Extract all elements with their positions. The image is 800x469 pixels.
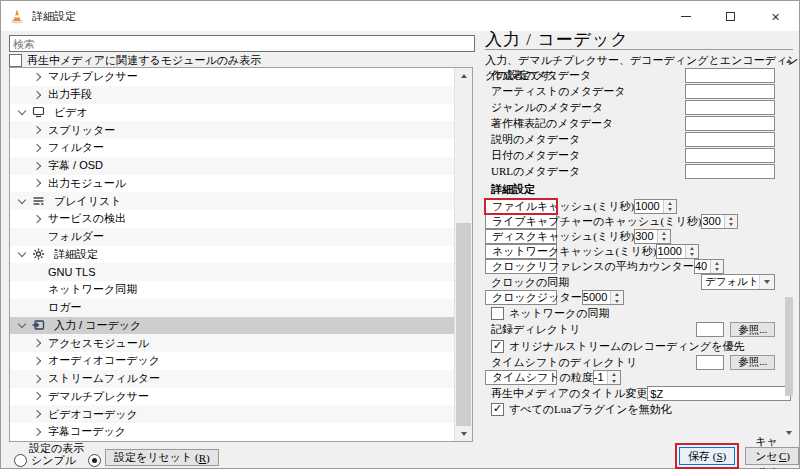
checkbox-icon[interactable] (491, 307, 504, 320)
spinbox-value[interactable]: 300 (635, 230, 656, 243)
chevron-right-icon[interactable] (33, 161, 41, 169)
dropdown[interactable]: デフォルト (701, 274, 775, 290)
chevron-right-icon[interactable] (33, 339, 41, 347)
directory-field[interactable] (696, 322, 724, 337)
spinbox-value[interactable]: -1 (594, 371, 607, 384)
tree-item[interactable]: ストリームフィルター (10, 370, 455, 388)
chevron-down-icon[interactable] (18, 107, 26, 115)
spin-down-icon[interactable] (611, 298, 623, 305)
spinbox[interactable]: -1 (593, 370, 621, 385)
spin-down-icon[interactable] (686, 252, 698, 259)
spinbox[interactable]: 5000 (582, 290, 624, 305)
tree-item[interactable]: ビデオ (10, 104, 455, 122)
tree-item-label: 字幕コーデック (48, 424, 126, 439)
chevron-right-icon[interactable] (33, 357, 41, 365)
spinbox-value[interactable]: 300 (702, 215, 723, 228)
panel-scrollbar[interactable] (784, 56, 794, 438)
spinbox[interactable]: 300 (634, 229, 670, 244)
browse-button[interactable]: 参照... (730, 322, 775, 337)
tree-item[interactable]: 詳細設定 (10, 246, 455, 264)
text-field[interactable] (685, 116, 775, 131)
spin-down-icon[interactable] (664, 207, 676, 214)
spinbox-value[interactable]: 1000 (635, 200, 662, 213)
checkbox-icon[interactable] (9, 54, 22, 67)
directory-field[interactable] (696, 355, 724, 370)
browse-button[interactable]: 参照... (730, 355, 775, 370)
chevron-right-icon[interactable] (33, 73, 41, 81)
scroll-down-icon[interactable] (784, 428, 794, 438)
tree-item[interactable]: プレイリスト (10, 192, 455, 210)
tree-item[interactable]: GNU TLS (10, 263, 455, 281)
scroll-down-icon[interactable] (455, 426, 472, 441)
tree-item[interactable]: 出力モジュール (10, 175, 455, 193)
text-field[interactable] (647, 386, 791, 401)
spinbox[interactable]: 40 (694, 259, 724, 274)
tree-item[interactable]: 字幕 / OSD (10, 157, 455, 175)
scroll-up-icon[interactable] (784, 56, 794, 66)
spinbox-value[interactable]: 5000 (583, 291, 610, 304)
window-title: 詳細設定 (32, 9, 76, 24)
checkbox-checked-icon[interactable]: ✓ (491, 403, 504, 416)
chevron-right-icon[interactable] (33, 126, 41, 134)
minimize-button[interactable] (663, 2, 708, 31)
tree-scrollbar[interactable] (454, 68, 472, 441)
text-field[interactable] (685, 100, 775, 115)
tree-item[interactable]: ネットワーク同期 (10, 281, 455, 299)
chevron-right-icon[interactable] (33, 215, 41, 223)
chevron-down-icon[interactable] (18, 196, 26, 204)
tree-item[interactable]: フォルダー (10, 228, 455, 246)
chevron-right-icon[interactable] (33, 428, 41, 436)
tree-item[interactable]: スプリッター (10, 121, 455, 139)
text-field[interactable] (685, 68, 775, 83)
spinbox[interactable]: 1000 (656, 244, 698, 259)
tree-item[interactable]: フィルター (10, 139, 455, 157)
spin-down-icon[interactable] (658, 237, 670, 244)
chevron-right-icon[interactable] (33, 392, 41, 400)
setting-label: すべてのLuaプラグインを無効化 (509, 402, 672, 417)
scroll-up-icon[interactable] (455, 68, 472, 83)
tree-item[interactable]: デマルチプレクサー (10, 388, 455, 406)
chevron-right-icon[interactable] (33, 410, 41, 418)
spin-down-icon[interactable] (711, 267, 723, 274)
filter-modules-checkbox[interactable]: 再生中メディアに関連するモジュールのみ表示 (9, 53, 261, 68)
text-field[interactable] (685, 164, 775, 179)
chevron-down-icon[interactable] (18, 320, 26, 328)
checkbox-checked-icon[interactable]: ✓ (491, 340, 504, 353)
text-field[interactable] (685, 148, 775, 163)
cancel-button[interactable]: キャンセル (C) (745, 447, 799, 465)
chevron-right-icon[interactable] (33, 90, 41, 98)
spin-down-icon[interactable] (725, 222, 737, 229)
radio-icon[interactable] (14, 454, 27, 467)
tree-item[interactable]: マルチプレクサー (10, 68, 455, 86)
tree-item[interactable]: 出力手段 (10, 86, 455, 104)
text-field[interactable] (685, 132, 775, 147)
tree-item[interactable]: アクセスモジュール (10, 334, 455, 352)
chevron-right-icon[interactable] (33, 179, 41, 187)
tree-item[interactable]: 入力 / コーデック (10, 317, 455, 335)
text-field[interactable] (685, 84, 775, 99)
tree-item[interactable]: ビデオコーデック (10, 405, 455, 423)
search-input[interactable] (9, 35, 475, 52)
radio-selected-icon[interactable] (88, 454, 101, 467)
panel-scrollbar-thumb[interactable] (785, 297, 793, 396)
chevron-right-icon[interactable] (33, 374, 41, 382)
save-button[interactable]: 保存 (S) (679, 447, 735, 465)
tree-item[interactable]: ロガー (10, 299, 455, 317)
tree-item[interactable]: サービスの検出 (10, 210, 455, 228)
spinbox[interactable]: 1000 (634, 199, 676, 214)
setting-label: 再生中メディアのタイトル変更 (491, 386, 647, 401)
chevron-down-icon[interactable] (759, 275, 774, 289)
spinbox-value[interactable]: 40 (695, 260, 710, 273)
spin-down-icon[interactable] (608, 378, 620, 385)
tree-scrollbar-thumb[interactable] (456, 223, 471, 426)
close-button[interactable]: × (753, 2, 798, 31)
reset-preferences-button[interactable]: 設定をリセット (R) (105, 449, 219, 466)
chevron-right-icon[interactable] (33, 144, 41, 152)
chevron-down-icon[interactable] (18, 249, 26, 257)
tree-item[interactable]: オーディオコーデック (10, 352, 455, 370)
tree-item[interactable]: 字幕コーデック (10, 423, 455, 441)
spinbox[interactable]: 300 (701, 214, 737, 229)
maximize-button[interactable] (708, 2, 753, 31)
spinbox-value[interactable]: 1000 (657, 245, 684, 258)
radio-simple[interactable]: シンプル (14, 453, 76, 468)
